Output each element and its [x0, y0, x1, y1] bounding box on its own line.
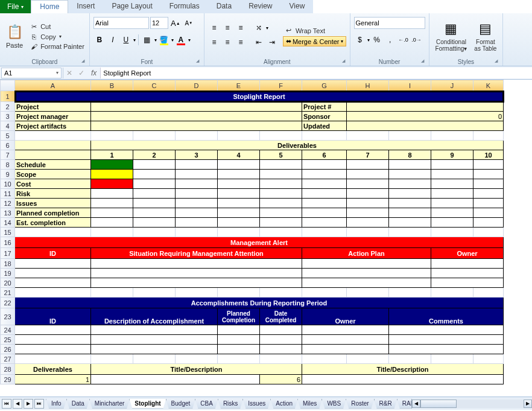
cell-F27[interactable]: [260, 354, 302, 364]
cell-K14[interactable]: [473, 218, 504, 228]
cell-J15[interactable]: [431, 228, 473, 237]
cell-J13[interactable]: [431, 208, 473, 218]
cell-F25[interactable]: [260, 335, 302, 345]
sheet-tab-miles[interactable]: Miles: [297, 399, 322, 409]
cell-F8[interactable]: [260, 160, 302, 170]
row-header-27[interactable]: 27: [1, 354, 15, 364]
cell-G4[interactable]: Updated: [302, 121, 347, 131]
sheet-tab-issues[interactable]: Issues: [242, 399, 271, 409]
cell-I9[interactable]: [389, 170, 431, 179]
sheet-tab-r&r[interactable]: R&R: [374, 399, 397, 409]
tab-insert[interactable]: Insert: [68, 0, 103, 13]
cell-J5[interactable]: [431, 131, 473, 141]
cell-B27[interactable]: [91, 354, 133, 364]
cell-A10[interactable]: Cost: [15, 179, 91, 189]
cell-A7[interactable]: [15, 150, 91, 160]
cell-H13[interactable]: [347, 208, 389, 218]
font-size-select[interactable]: [150, 17, 168, 29]
cell-G2[interactable]: Project #: [302, 102, 347, 112]
col-header-F[interactable]: F: [260, 80, 302, 91]
row-header-20[interactable]: 20: [1, 278, 15, 288]
cell-A14[interactable]: Est. completion: [15, 218, 91, 228]
cell-E10[interactable]: [218, 179, 260, 189]
cell-A19[interactable]: [15, 269, 91, 278]
cell-C21[interactable]: [133, 288, 176, 298]
cell-H4[interactable]: [347, 121, 504, 131]
row-header-25[interactable]: 25: [1, 335, 15, 345]
cell-D10[interactable]: [176, 179, 218, 189]
cell-B25[interactable]: [91, 335, 218, 345]
sheet-tab-budget[interactable]: Budget: [166, 399, 196, 409]
cell-I13[interactable]: [389, 208, 431, 218]
row-header-19[interactable]: 19: [1, 269, 15, 278]
cell-G17[interactable]: Action Plan: [302, 248, 431, 259]
cell-I27[interactable]: [389, 354, 431, 364]
select-all-corner[interactable]: [1, 80, 15, 91]
cell-D15[interactable]: [176, 228, 218, 237]
sheet-tab-wbs[interactable]: WBS: [321, 399, 346, 409]
cell-C14[interactable]: [133, 218, 176, 228]
cell-F23[interactable]: DateCompleted: [260, 308, 302, 325]
align-middle-button[interactable]: ≡: [221, 22, 233, 34]
cell-A23[interactable]: ID: [15, 308, 91, 325]
cell-J18[interactable]: [431, 259, 504, 269]
cell-G28[interactable]: Title/Description: [302, 364, 504, 375]
cell-F9[interactable]: [260, 170, 302, 179]
col-header-C[interactable]: C: [133, 80, 176, 91]
cell-C9[interactable]: [133, 170, 176, 179]
cell-B6[interactable]: Deliverables: [91, 141, 504, 150]
tab-home[interactable]: Home: [31, 0, 68, 13]
cell-E9[interactable]: [218, 170, 260, 179]
row-header-6[interactable]: 6: [1, 141, 15, 150]
row-header-4[interactable]: 4: [1, 121, 15, 131]
tab-next-button[interactable]: ▶: [24, 399, 33, 409]
cell-J11[interactable]: [431, 189, 473, 199]
cell-E5[interactable]: [218, 131, 260, 141]
cell-E8[interactable]: [218, 160, 260, 170]
cell-G9[interactable]: [302, 170, 347, 179]
cell-D9[interactable]: [176, 170, 218, 179]
cell-H27[interactable]: [347, 354, 389, 364]
cell-J7[interactable]: 9: [431, 150, 473, 160]
sheet-tab-risks[interactable]: Risks: [218, 399, 243, 409]
cell-C12[interactable]: [133, 199, 176, 208]
decrease-indent-button[interactable]: ⇤: [253, 36, 265, 48]
cell-G13[interactable]: [302, 208, 347, 218]
cell-F14[interactable]: [260, 218, 302, 228]
row-header-18[interactable]: 18: [1, 259, 15, 269]
cell-B14[interactable]: [91, 218, 133, 228]
col-header-I[interactable]: I: [389, 80, 431, 91]
cell-A24[interactable]: [15, 325, 91, 335]
tab-formulas[interactable]: Formulas: [161, 0, 208, 13]
cell-A8[interactable]: Schedule: [15, 160, 91, 170]
col-header-K[interactable]: K: [473, 80, 504, 91]
cell-E27[interactable]: [218, 354, 260, 364]
cell-B11[interactable]: [91, 189, 133, 199]
cell-E7[interactable]: 4: [218, 150, 260, 160]
increase-decimal-button[interactable]: ←.0: [397, 34, 410, 46]
cell-J17[interactable]: Owner: [431, 248, 504, 259]
cell-B29[interactable]: [91, 375, 260, 384]
cell-G11[interactable]: [302, 189, 347, 199]
cell-K13[interactable]: [473, 208, 504, 218]
cell-A25[interactable]: [15, 335, 91, 345]
row-header-26[interactable]: 26: [1, 345, 15, 354]
cell-G21[interactable]: [302, 288, 347, 298]
cell-J9[interactable]: [431, 170, 473, 179]
cell-E14[interactable]: [218, 218, 260, 228]
cell-B18[interactable]: [91, 259, 302, 269]
cell-G14[interactable]: [302, 218, 347, 228]
row-header-8[interactable]: 8: [1, 160, 15, 170]
cell-B12[interactable]: [91, 199, 133, 208]
cell-B7[interactable]: 1: [91, 150, 133, 160]
file-tab[interactable]: File: [0, 0, 31, 13]
cell-J12[interactable]: [431, 199, 473, 208]
cell-E21[interactable]: [218, 288, 260, 298]
cell-D13[interactable]: [176, 208, 218, 218]
conditional-formatting-button[interactable]: ▦ ConditionalFormatting▾: [433, 19, 470, 53]
cell-H15[interactable]: [347, 228, 389, 237]
row-header-29[interactable]: 29: [1, 375, 15, 384]
cell-C13[interactable]: [133, 208, 176, 218]
col-header-E[interactable]: E: [218, 80, 260, 91]
cell-H8[interactable]: [347, 160, 389, 170]
